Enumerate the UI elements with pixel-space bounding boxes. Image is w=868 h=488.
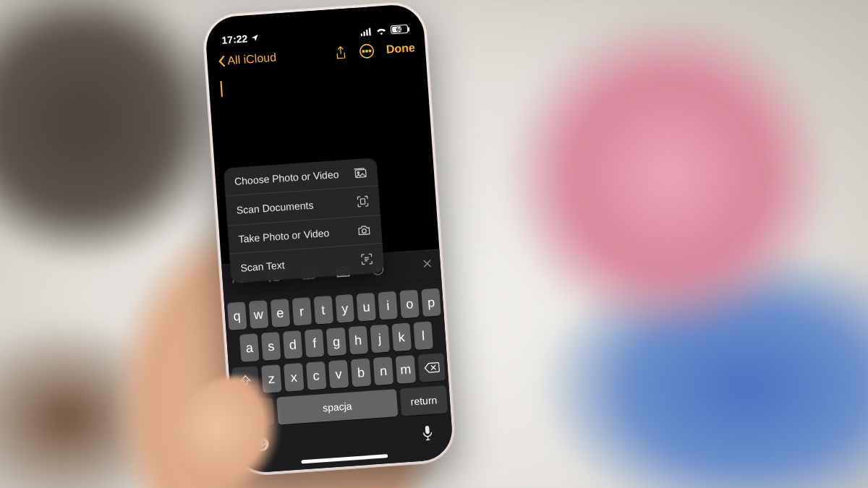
key-v[interactable]: v <box>328 360 349 389</box>
key-x[interactable]: x <box>284 363 305 392</box>
key-t[interactable]: t <box>313 296 333 325</box>
menu-label: Scan Documents <box>236 199 313 215</box>
key-l[interactable]: l <box>413 321 433 350</box>
key-y[interactable]: y <box>335 294 354 323</box>
key-return[interactable]: return <box>400 385 448 416</box>
key-b[interactable]: b <box>351 359 372 388</box>
share-icon[interactable] <box>333 46 347 61</box>
wifi-icon <box>375 26 388 35</box>
key-e[interactable]: e <box>271 299 290 328</box>
home-indicator[interactable] <box>301 454 388 463</box>
battery-pct: 60 <box>396 26 403 33</box>
key-m[interactable]: m <box>396 355 417 384</box>
cellular-icon <box>360 27 373 36</box>
menu-label: Scan Text <box>240 259 285 273</box>
svg-point-7 <box>369 50 371 52</box>
svg-rect-21 <box>425 426 430 434</box>
key-r[interactable]: r <box>292 297 311 326</box>
menu-label: Take Photo or Video <box>238 227 330 245</box>
key-c[interactable]: c <box>306 361 327 390</box>
key-h[interactable]: h <box>348 326 368 355</box>
key-g[interactable]: g <box>326 328 346 356</box>
key-w[interactable]: w <box>249 300 268 329</box>
toolbar-close-button[interactable] <box>421 257 433 273</box>
chevron-left-icon <box>217 54 226 68</box>
key-q[interactable]: q <box>227 301 247 330</box>
svg-rect-2 <box>366 29 368 35</box>
mic-icon <box>421 425 433 442</box>
back-button[interactable]: All iCloud <box>217 51 277 69</box>
key-j[interactable]: j <box>370 325 390 354</box>
svg-rect-0 <box>360 33 362 36</box>
battery-indicator: 60 <box>391 25 409 35</box>
camera-icon <box>357 224 372 236</box>
text-scan-icon <box>360 252 374 266</box>
svg-rect-10 <box>360 199 365 205</box>
key-i[interactable]: i <box>378 291 398 320</box>
done-button[interactable]: Done <box>386 41 415 56</box>
back-label: All iCloud <box>227 51 277 68</box>
status-time: 17:22 <box>221 33 248 46</box>
menu-label: Choose Photo or Video <box>234 168 339 187</box>
key-u[interactable]: u <box>357 293 376 322</box>
close-icon <box>421 257 433 270</box>
camera-context-menu: Choose Photo or Video Scan Documents Tak… <box>224 158 385 283</box>
more-icon[interactable] <box>358 43 375 59</box>
dictation-button[interactable] <box>421 425 434 445</box>
location-icon <box>250 33 260 43</box>
svg-rect-3 <box>369 27 371 35</box>
key-d[interactable]: d <box>283 330 303 359</box>
backspace-icon <box>423 361 440 374</box>
key-bksp[interactable] <box>418 353 446 382</box>
svg-point-11 <box>362 228 366 233</box>
key-k[interactable]: k <box>391 323 412 352</box>
key-n[interactable]: n <box>373 356 394 385</box>
key-a[interactable]: a <box>239 333 260 362</box>
key-p[interactable]: p <box>421 288 441 317</box>
svg-point-9 <box>357 172 359 174</box>
doc-scanner-icon <box>356 194 370 208</box>
svg-point-5 <box>362 51 365 53</box>
photo-stack-icon <box>352 166 367 179</box>
svg-point-6 <box>366 50 368 52</box>
key-s[interactable]: s <box>261 332 281 361</box>
svg-rect-1 <box>363 31 365 35</box>
text-cursor <box>220 81 223 97</box>
key-o[interactable]: o <box>400 290 420 319</box>
key-f[interactable]: f <box>305 329 325 358</box>
